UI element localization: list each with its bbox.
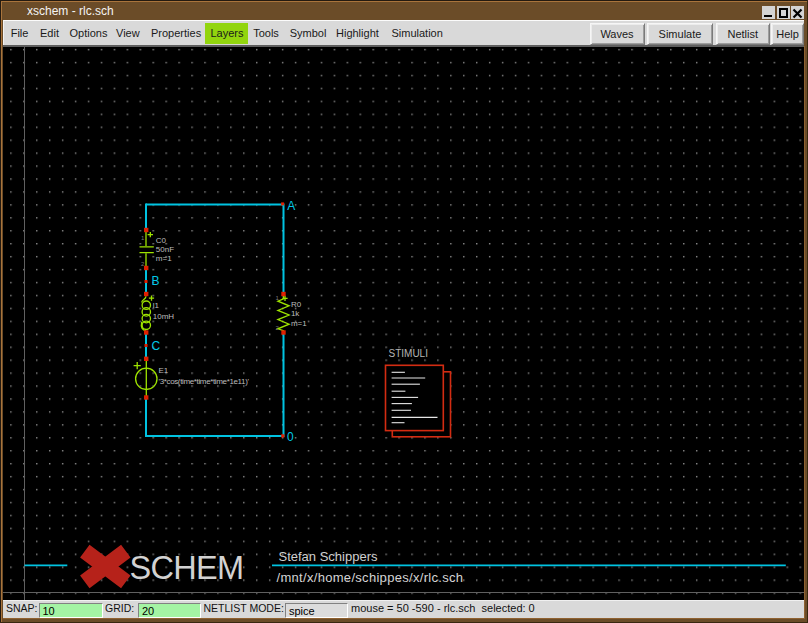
svg-text:C0: C0	[156, 236, 167, 245]
svg-text:SCHEM: SCHEM	[130, 550, 245, 586]
svg-text:m=1: m=1	[291, 319, 307, 328]
svg-text:R0: R0	[291, 300, 302, 309]
svg-text:50nF: 50nF	[156, 245, 174, 254]
svg-text:A: A	[287, 199, 295, 213]
svg-text:STIMULI: STIMULI	[389, 348, 428, 359]
svg-text:C: C	[152, 339, 161, 353]
svg-text:'3*cos(time*time*time*1e11)': '3*cos(time*time*time*1e11)'	[159, 377, 250, 386]
svg-text:m=1: m=1	[156, 254, 172, 263]
svg-text:Stefan Schippers: Stefan Schippers	[279, 549, 379, 564]
svg-text:10mH: 10mH	[153, 312, 175, 321]
svg-text:1k: 1k	[291, 309, 300, 318]
svg-text:0: 0	[287, 430, 294, 444]
svg-text:B: B	[152, 274, 160, 288]
svg-text:E1: E1	[159, 366, 169, 375]
svg-text:/mnt/x/home/schippes/x/rlc.sch: /mnt/x/home/schippes/x/rlc.sch	[277, 570, 464, 585]
svg-text:l1: l1	[153, 301, 160, 310]
